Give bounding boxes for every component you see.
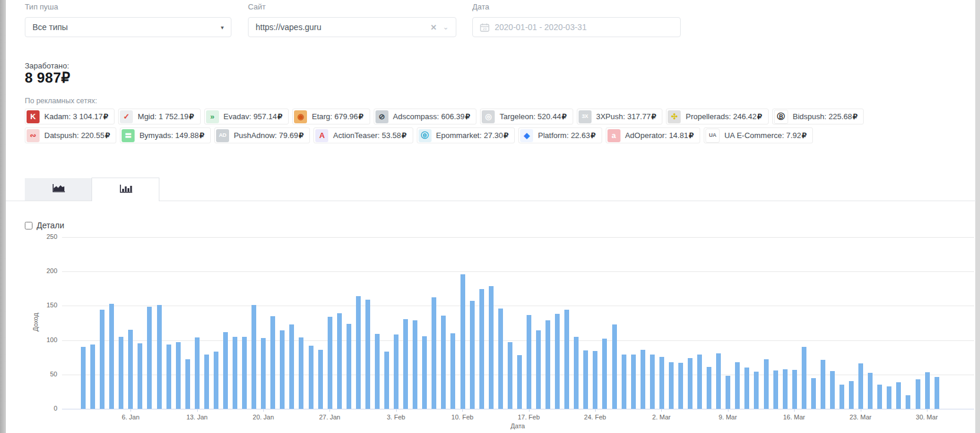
chart-bar-day-57[interactable]	[612, 324, 617, 409]
chart-bar-day-56[interactable]	[602, 339, 607, 409]
chart-bar-day-81[interactable]	[839, 385, 844, 409]
chart-bar-day-9[interactable]	[157, 305, 162, 409]
chart-bar-day-33[interactable]	[384, 352, 389, 409]
chart-bar-day-10[interactable]	[166, 345, 171, 409]
network-badge-mgid[interactable]: ✓Mgid: 1 752.19₽	[118, 109, 200, 124]
chart-bar-day-69[interactable]	[726, 376, 730, 409]
chart-bar-day-42[interactable]	[470, 301, 475, 409]
chart-bar-day-27[interactable]	[328, 317, 332, 409]
chart-bar-day-48[interactable]	[527, 315, 531, 409]
chart-bar-day-53[interactable]	[574, 337, 579, 409]
tab-area-chart[interactable]	[25, 178, 92, 201]
tab-bar-chart[interactable]	[92, 178, 159, 201]
chart-bar-day-86[interactable]	[887, 386, 891, 409]
chart-bar-day-36[interactable]	[413, 320, 417, 409]
chart-bar-day-17[interactable]	[233, 337, 237, 409]
chart-bar-day-89[interactable]	[916, 379, 920, 409]
chart-bar-day-41[interactable]	[460, 274, 465, 409]
chart-bar-day-1[interactable]	[81, 347, 86, 409]
network-badge-kadam[interactable]: KKadam: 3 104.17₽	[25, 109, 115, 124]
details-checkbox-row[interactable]: Детали	[25, 221, 64, 230]
chart-bar-day-63[interactable]	[669, 362, 674, 409]
chart-bar-day-78[interactable]	[811, 378, 816, 409]
site-select[interactable]: https://vapes.guru ✕ ⌄	[248, 17, 456, 37]
chart-bar-day-67[interactable]	[707, 367, 711, 409]
chart-bar-day-51[interactable]	[555, 314, 560, 409]
chart-bar-day-46[interactable]	[508, 342, 512, 409]
date-range-input[interactable]: 23 2020-01-01 - 2020-03-31	[472, 17, 681, 37]
chart-bar-day-75[interactable]	[783, 369, 788, 409]
chart-bar-day-38[interactable]	[432, 297, 436, 409]
chart-bar-day-13[interactable]	[195, 337, 200, 409]
chart-bar-day-15[interactable]	[214, 352, 218, 409]
chart-bar-day-18[interactable]	[242, 337, 247, 409]
chart-bar-day-14[interactable]	[204, 355, 209, 409]
chart-bar-day-91[interactable]	[935, 377, 939, 409]
chart-bar-day-35[interactable]	[403, 319, 408, 409]
network-badge-datspush[interactable]: ∾Datspush: 220.55₽	[25, 127, 116, 143]
chart-bar-day-43[interactable]	[479, 289, 484, 409]
chart-bar-day-19[interactable]	[251, 305, 256, 409]
chart-bar-day-29[interactable]	[347, 324, 351, 409]
chart-bar-day-70[interactable]	[735, 362, 740, 409]
network-badge-pushadnow[interactable]: ADPushAdnow: 79.69₽	[214, 127, 310, 143]
network-badge-actionteaser[interactable]: AActionTeaser: 53.58₽	[313, 127, 413, 143]
network-badge-epommarket[interactable]: ⓔEpommarket: 27.30₽	[417, 127, 515, 143]
chart-bar-day-11[interactable]	[176, 342, 181, 409]
chevron-down-icon[interactable]: ⌄	[443, 23, 449, 31]
chart-bar-day-21[interactable]	[270, 316, 275, 409]
chart-bar-day-44[interactable]	[489, 286, 494, 409]
network-badge-ua-e-commerce[interactable]: UAUA E-Commerce: 7.92₽	[704, 127, 813, 143]
network-badge-targeleon[interactable]: ◎Targeleon: 520.44₽	[480, 109, 573, 124]
chart-bar-day-58[interactable]	[622, 355, 626, 409]
details-checkbox[interactable]	[25, 222, 32, 229]
network-badge-propellerads[interactable]: ✣Propellerads: 246.42₽	[666, 109, 768, 124]
chart-bar-day-76[interactable]	[792, 370, 797, 409]
chart-bar-day-7[interactable]	[138, 343, 142, 409]
chart-bar-day-20[interactable]	[261, 338, 266, 409]
chart-bar-day-54[interactable]	[583, 350, 588, 409]
network-badge-evadav[interactable]: »Evadav: 957.14₽	[204, 109, 289, 124]
chart-bar-day-34[interactable]	[394, 334, 398, 409]
chart-bar-day-79[interactable]	[821, 360, 825, 409]
network-badge-bymyads[interactable]: 〓Bymyads: 149.88₽	[120, 127, 211, 143]
chart-bar-day-39[interactable]	[441, 316, 446, 409]
chart-bar-day-77[interactable]	[802, 347, 806, 409]
chart-bar-day-31[interactable]	[365, 300, 370, 409]
clear-icon[interactable]: ✕	[430, 23, 437, 32]
chart-bar-day-16[interactable]	[223, 332, 228, 409]
chart-bar-day-37[interactable]	[422, 336, 427, 409]
chart-bar-day-62[interactable]	[659, 357, 664, 409]
chart-bar-day-4[interactable]	[109, 304, 114, 409]
chart-bar-day-87[interactable]	[896, 382, 901, 409]
chart-bar-day-24[interactable]	[299, 337, 303, 409]
chart-bar-day-25[interactable]	[309, 346, 313, 409]
chart-bar-day-65[interactable]	[688, 358, 692, 409]
chart-bar-day-40[interactable]	[450, 333, 455, 409]
chart-bar-day-52[interactable]	[564, 310, 569, 409]
chart-bar-day-60[interactable]	[641, 350, 645, 409]
chart-bar-day-68[interactable]	[716, 353, 721, 409]
chart-bar-day-23[interactable]	[289, 324, 294, 409]
chart-bar-day-61[interactable]	[650, 355, 655, 409]
chart-bar-day-80[interactable]	[830, 371, 835, 409]
chart-bar-day-49[interactable]	[536, 330, 541, 409]
chart-bar-day-26[interactable]	[318, 350, 323, 409]
chart-bar-day-30[interactable]	[356, 296, 361, 409]
chart-bar-day-55[interactable]	[593, 351, 597, 409]
network-badge-adoperator[interactable]: aAdOperator: 14.81₽	[606, 127, 700, 143]
network-badge-bidspush[interactable]: ⒷBidspush: 225.68₽	[772, 109, 864, 124]
chart-bar-day-82[interactable]	[849, 381, 854, 409]
chart-bar-day-84[interactable]	[868, 373, 873, 409]
chart-bar-day-22[interactable]	[280, 330, 285, 409]
chart-bar-day-32[interactable]	[375, 334, 380, 409]
chart-bar-day-59[interactable]	[631, 355, 636, 409]
network-badge-adscompass[interactable]: ⊘Adscompass: 606.39₽	[374, 109, 477, 124]
chart-bar-day-74[interactable]	[773, 370, 778, 409]
chart-bar-day-90[interactable]	[925, 372, 930, 409]
network-badge-3xpush[interactable]: 3X3XPush: 317.77₽	[577, 109, 663, 124]
chart-bar-day-12[interactable]	[185, 359, 190, 409]
push-type-select[interactable]: Все типы ▾	[25, 17, 231, 37]
network-badge-platform[interactable]: ◆Platform: 22.63₽	[518, 127, 602, 143]
chart-bar-day-5[interactable]	[119, 337, 123, 409]
